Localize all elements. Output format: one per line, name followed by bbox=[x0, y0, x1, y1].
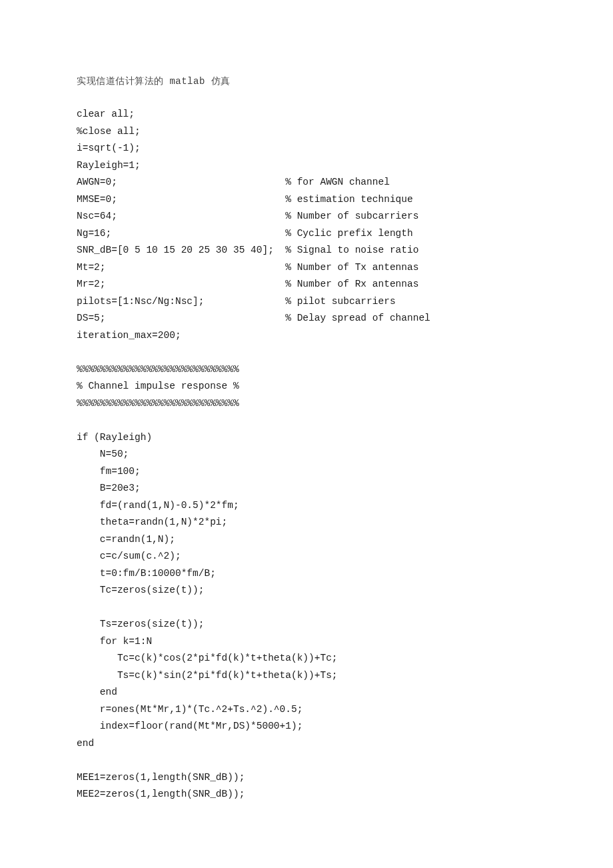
code-line: MMSE=0; % estimation technique bbox=[77, 191, 536, 209]
code-line: SNR_dB=[0 5 10 15 20 25 30 35 40]; % Sig… bbox=[77, 242, 536, 259]
code-block: clear all;%close all;i=sqrt(-1);Rayleigh… bbox=[77, 106, 536, 803]
code-line: Ts=c(k)*sin(2*pi*fd(k)*t+theta(k))+Ts; bbox=[77, 667, 536, 685]
code-line: pilots=[1:Nsc/Ng:Nsc]; % pilot subcarrie… bbox=[77, 293, 536, 311]
code-line: DS=5; % Delay spread of channel bbox=[77, 310, 536, 327]
code-line: if (Rayleigh) bbox=[77, 429, 536, 447]
code-line: Tc=zeros(size(t)); bbox=[77, 582, 536, 599]
code-line: clear all; bbox=[77, 106, 536, 123]
code-line: Tc=c(k)*cos(2*pi*fd(k)*t+theta(k))+Tc; bbox=[77, 650, 536, 667]
code-line: Ng=16; % Cyclic prefix length bbox=[77, 225, 536, 243]
code-line: Ts=zeros(size(t)); bbox=[77, 616, 536, 633]
page-title: 实现信道估计算法的 matlab 仿真 bbox=[77, 75, 536, 87]
code-line: c=randn(1,N); bbox=[77, 531, 536, 549]
code-line: iteration_max=200; bbox=[77, 327, 536, 345]
code-line: Mr=2; % Number of Rx antennas bbox=[77, 276, 536, 293]
code-line: end bbox=[77, 684, 536, 701]
code-line: r=ones(Mt*Mr,1)*(Tc.^2+Ts.^2).^0.5; bbox=[77, 701, 536, 719]
code-line: Rayleigh=1; bbox=[77, 157, 536, 175]
code-line: c=c/sum(c.^2); bbox=[77, 548, 536, 565]
code-line: end bbox=[77, 735, 536, 753]
code-line: index=floor(rand(Mt*Mr,DS)*5000+1); bbox=[77, 718, 536, 735]
code-line: %close all; bbox=[77, 123, 536, 141]
code-line: %%%%%%%%%%%%%%%%%%%%%%%%%%%% bbox=[77, 395, 536, 413]
code-line: i=sqrt(-1); bbox=[77, 140, 536, 157]
code-line: %%%%%%%%%%%%%%%%%%%%%%%%%%%% bbox=[77, 361, 536, 379]
code-line: B=20e3; bbox=[77, 480, 536, 497]
code-line: fd=(rand(1,N)-0.5)*2*fm; bbox=[77, 497, 536, 515]
title-prefix-cn: 实现信道估计算法的 bbox=[77, 76, 164, 86]
document-page: 实现信道估计算法的 matlab 仿真 clear all;%close all… bbox=[0, 0, 613, 868]
code-line: fm=100; bbox=[77, 463, 536, 481]
code-line: Mt=2; % Number of Tx antennas bbox=[77, 259, 536, 277]
code-line: for k=1:N bbox=[77, 633, 536, 651]
code-line: MEE1=zeros(1,length(SNR_dB)); bbox=[77, 769, 536, 787]
code-line bbox=[77, 752, 536, 769]
title-latin: matlab bbox=[164, 76, 211, 87]
code-line bbox=[77, 412, 536, 429]
code-line: N=50; bbox=[77, 446, 536, 463]
code-line: % Channel impulse response % bbox=[77, 378, 536, 395]
code-line bbox=[77, 599, 536, 617]
code-line: AWGN=0; % for AWGN channel bbox=[77, 174, 536, 191]
code-line bbox=[77, 344, 536, 361]
code-line: t=0:fm/B:10000*fm/B; bbox=[77, 565, 536, 583]
title-suffix-cn: 仿真 bbox=[211, 76, 231, 86]
code-line: Nsc=64; % Number of subcarriers bbox=[77, 208, 536, 225]
code-line: theta=randn(1,N)*2*pi; bbox=[77, 514, 536, 531]
code-line: MEE2=zeros(1,length(SNR_dB)); bbox=[77, 786, 536, 803]
